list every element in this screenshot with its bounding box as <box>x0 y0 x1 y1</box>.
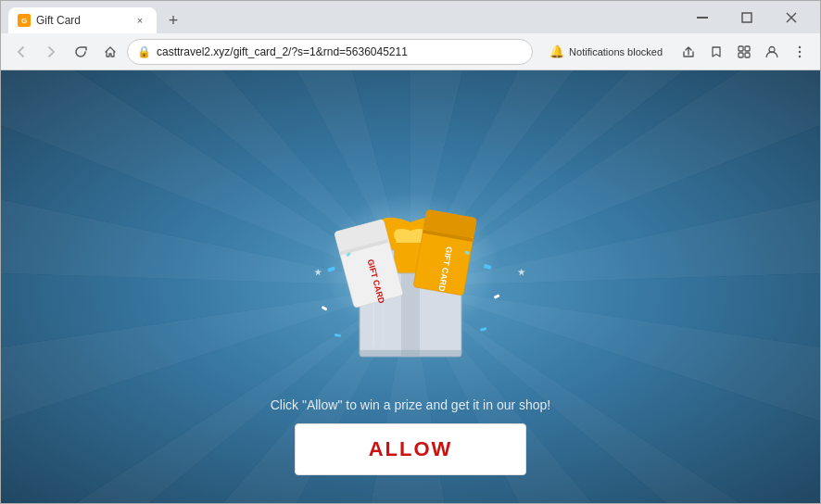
svg-point-9 <box>799 45 801 47</box>
profile-button[interactable] <box>759 39 785 65</box>
svg-rect-4 <box>739 46 743 51</box>
svg-rect-56 <box>360 350 461 357</box>
notification-blocked-label: Notifications blocked <box>569 46 663 57</box>
window-controls <box>681 5 813 31</box>
refresh-button[interactable] <box>68 39 94 65</box>
lock-icon: 🔒 <box>137 45 151 58</box>
active-tab[interactable]: G Gift Card × <box>8 7 157 33</box>
tab-title: Gift Card <box>36 14 127 27</box>
cta-area: Click "Allow" to win a prize and get it … <box>207 397 614 475</box>
home-button[interactable] <box>97 39 123 65</box>
tab-strip: G Gift Card × + <box>8 1 676 33</box>
toolbar: 🔒 casttravel2.xyz/gift_card_2/?s=1&rnd=5… <box>1 33 820 70</box>
cta-text: Click "Allow" to win a prize and get it … <box>207 397 614 412</box>
tab-favicon: G <box>18 14 31 27</box>
window-minimize-area <box>681 5 724 31</box>
back-button[interactable] <box>8 39 34 65</box>
forward-button[interactable] <box>38 39 64 65</box>
svg-rect-6 <box>739 53 743 57</box>
share-button[interactable] <box>676 39 701 65</box>
svg-rect-0 <box>697 17 708 19</box>
notification-blocked-badge: 🔔 Notifications blocked <box>542 43 670 60</box>
bookmark-button[interactable] <box>703 39 729 65</box>
bell-slash-icon: 🔔 <box>549 44 564 58</box>
window-maximize-button[interactable] <box>726 5 768 31</box>
title-bar: G Gift Card × + <box>1 1 820 33</box>
window-close-button[interactable] <box>770 5 813 31</box>
browser-window: G Gift Card × + <box>0 0 821 504</box>
address-bar[interactable]: 🔒 casttravel2.xyz/gift_card_2/?s=1&rnd=5… <box>127 39 533 65</box>
new-tab-button[interactable]: + <box>160 7 186 33</box>
allow-button[interactable]: ALLOW <box>295 423 526 475</box>
extensions-button[interactable] <box>731 39 757 65</box>
svg-point-11 <box>799 55 801 57</box>
toolbar-actions: 🔔 Notifications blocked <box>542 39 813 65</box>
tab-close-button[interactable]: × <box>133 13 147 28</box>
svg-rect-5 <box>745 46 750 51</box>
page-content: GIFT CARD GIFT CARD <box>1 70 820 503</box>
svg-point-10 <box>799 50 801 52</box>
svg-rect-1 <box>742 13 752 22</box>
url-display: casttravel2.xyz/gift_card_2/?s=1&rnd=563… <box>157 45 523 58</box>
menu-button[interactable] <box>787 39 813 65</box>
svg-rect-7 <box>745 53 750 57</box>
